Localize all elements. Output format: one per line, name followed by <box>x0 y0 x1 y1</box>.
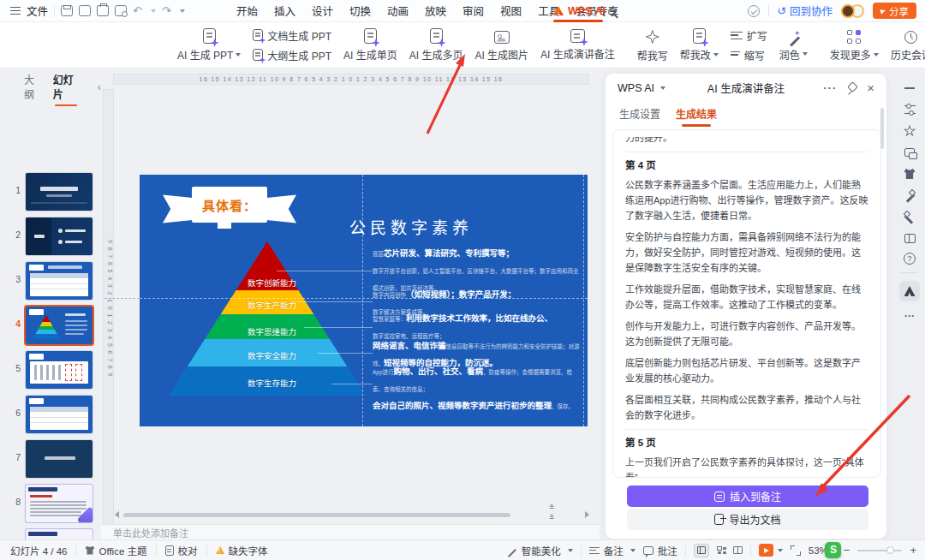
polish-button[interactable]: 润色 <box>773 25 814 66</box>
tab-outline[interactable]: 大纲 <box>24 72 41 101</box>
collapse-sidebar-icon[interactable] <box>903 81 916 95</box>
slide-thumbnail-8[interactable] <box>26 485 92 522</box>
section-divider <box>625 152 868 152</box>
theme-button[interactable]: Office 主题 <box>85 544 146 557</box>
scroll-left-icon[interactable] <box>115 511 119 518</box>
ai-generate-single-page-button[interactable]: AI 生成单页 <box>337 25 403 66</box>
ai-generate-ppt-button[interactable]: AI 生成 PPT <box>171 25 247 66</box>
menu-item-review[interactable]: 审阅 <box>462 3 484 19</box>
normal-view-button-active[interactable] <box>694 544 709 557</box>
comments-button[interactable]: 批注 <box>643 544 677 557</box>
card-scrollbar-thumb[interactable] <box>880 108 884 149</box>
beautify-wand-icon[interactable] <box>903 188 916 202</box>
tab-generation-settings[interactable]: 生成设置 <box>619 106 660 121</box>
slide-thumbnail-1[interactable] <box>26 173 92 211</box>
file-menu[interactable]: 文件 <box>27 3 48 19</box>
undo-icon[interactable]: ↶ <box>133 4 142 17</box>
slideshow-button[interactable] <box>759 544 783 557</box>
slide-thumbnail-5[interactable] <box>26 351 92 389</box>
tab-wps-ai[interactable]: WPS AI <box>553 0 606 21</box>
slide-canvas[interactable]: 具体看： 公民数字素养 数字创新能力 数字生产能力 数字思维能力 数字安全能力 … <box>140 175 588 426</box>
signature-pen-icon[interactable] <box>903 210 916 223</box>
more-options-icon[interactable]: ··· <box>823 81 837 94</box>
ai-generate-speech-notes-button[interactable]: AI 生成演讲备注 <box>534 25 621 66</box>
history-sessions-button[interactable]: 历史会话 <box>885 25 925 66</box>
help-me-write-button[interactable]: 帮我写 <box>631 25 674 66</box>
slide-thumbnail-4-selected[interactable] <box>26 307 92 344</box>
wps-ai-sidebar-button-active[interactable] <box>899 281 920 301</box>
smart-beautify-button[interactable]: 智能美化 <box>507 544 573 557</box>
menu-item-insert[interactable]: 插入 <box>274 3 295 19</box>
pyramid-label-5: 数字生存能力 <box>248 377 296 389</box>
reference-book-icon[interactable] <box>903 231 916 245</box>
fit-to-window-icon[interactable] <box>791 545 801 556</box>
main-menu-icon[interactable] <box>10 7 21 15</box>
insert-to-notes-button[interactable]: 插入到备注 <box>627 486 868 507</box>
zoom-slider[interactable]: S <box>857 550 902 551</box>
slide-thumbnail-7[interactable] <box>26 440 92 478</box>
menu-item-design[interactable]: 设计 <box>312 3 333 19</box>
tab-generation-results[interactable]: 生成结果 <box>676 106 717 121</box>
redo-icon[interactable]: ↷ <box>162 4 171 17</box>
next-slide-button[interactable]: ≚ <box>546 514 557 522</box>
ai-generate-image-button[interactable]: AI 生成图片 <box>468 25 534 66</box>
outline-to-ppt-button[interactable]: 大纲生成 PPT <box>253 48 331 63</box>
floating-app-icon[interactable]: S <box>825 542 841 558</box>
menu-item-home[interactable]: 开始 <box>236 3 258 19</box>
condense-text-button[interactable]: 缩写 <box>731 48 767 63</box>
export-as-document-button[interactable]: 导出为文档 <box>627 509 868 530</box>
horizontal-ruler[interactable]: 16 15 14 13 12 11 10 9 8 7 6 5 4 3 2 1 0… <box>113 74 589 85</box>
output-icon[interactable] <box>79 5 91 16</box>
zoom-slider-thumb[interactable] <box>886 546 894 554</box>
tab-slides[interactable]: 幻灯片 <box>53 72 79 101</box>
scroll-right-icon[interactable] <box>585 511 589 518</box>
menu-item-transition[interactable]: 切换 <box>349 3 371 19</box>
horizontal-scrollbar[interactable] <box>113 510 591 519</box>
help-me-edit-button[interactable]: 帮我改 <box>674 25 725 66</box>
notes-input-area[interactable]: 单击此处添加备注 <box>101 524 600 539</box>
menu-item-view[interactable]: 视图 <box>500 3 522 19</box>
avatar[interactable] <box>841 4 855 18</box>
ai-generate-multi-page-button[interactable]: AI 生成多页 <box>403 25 469 66</box>
slide-badge-ribbon[interactable]: 具体看： <box>163 187 296 229</box>
zoom-out-button[interactable]: − <box>844 544 850 557</box>
properties-sliders-icon[interactable] <box>903 103 916 116</box>
pin-panel-icon[interactable] <box>847 83 856 92</box>
save-icon[interactable] <box>61 5 73 16</box>
share-button[interactable]: 分享 <box>873 3 916 19</box>
undo-caret-icon[interactable] <box>151 9 156 13</box>
expand-text-button[interactable]: 扩写 <box>731 28 767 43</box>
print-preview-icon[interactable] <box>115 5 127 16</box>
slide-thumbnail-6[interactable] <box>26 396 92 433</box>
vertical-ruler[interactable]: 9 8 7 6 5 4 3 2 1 0 1 2 3 4 5 6 7 8 9 <box>103 89 114 527</box>
scrollbar-thumb[interactable] <box>123 513 510 517</box>
ai-app-selector[interactable]: WPS AI <box>618 82 665 94</box>
generated-notes-card[interactable]: 力的提升。 第 4 页 公民数字素养涵盖多个层面。生活应用能力上，人们能熟练运用… <box>612 129 881 478</box>
missing-font-button[interactable]: !缺失字体 <box>216 544 268 557</box>
proofread-button[interactable]: 校对 <box>165 544 198 557</box>
theme-shirt-icon[interactable] <box>903 167 916 181</box>
notes-button[interactable]: 备注 <box>589 544 636 557</box>
slide-title[interactable]: 公民数字素养 <box>349 215 473 238</box>
back-to-collab-button[interactable]: ↺ 回到协作 <box>778 3 833 19</box>
more-sidebar-icon[interactable]: ··· <box>903 309 916 323</box>
pyramid-diagram[interactable] <box>169 241 366 396</box>
saved-status-icon[interactable] <box>748 5 760 17</box>
previous-slide-button[interactable]: ≙ <box>546 503 557 512</box>
doc-to-ppt-button[interactable]: 文档生成 PPT <box>253 28 331 43</box>
menu-item-slideshow[interactable]: 放映 <box>425 3 446 19</box>
discover-more-button[interactable]: 发现更多 <box>824 25 885 66</box>
menu-item-animation[interactable]: 动画 <box>387 3 409 19</box>
reading-view-button[interactable] <box>733 545 743 556</box>
slide-sorter-view-button[interactable] <box>717 545 725 556</box>
zoom-in-button[interactable]: + <box>910 544 916 557</box>
quick-access-caret-icon[interactable] <box>180 9 185 13</box>
slide-thumbnail-2[interactable] <box>26 217 92 255</box>
slide-thumbnail-3[interactable] <box>26 262 92 300</box>
search-icon[interactable] <box>608 6 616 18</box>
close-panel-icon[interactable]: × <box>867 80 874 95</box>
help-icon[interactable]: ? <box>904 253 916 265</box>
slides-copy-icon[interactable] <box>903 146 916 159</box>
print-icon[interactable] <box>97 5 109 16</box>
effects-star-icon[interactable] <box>903 124 916 138</box>
